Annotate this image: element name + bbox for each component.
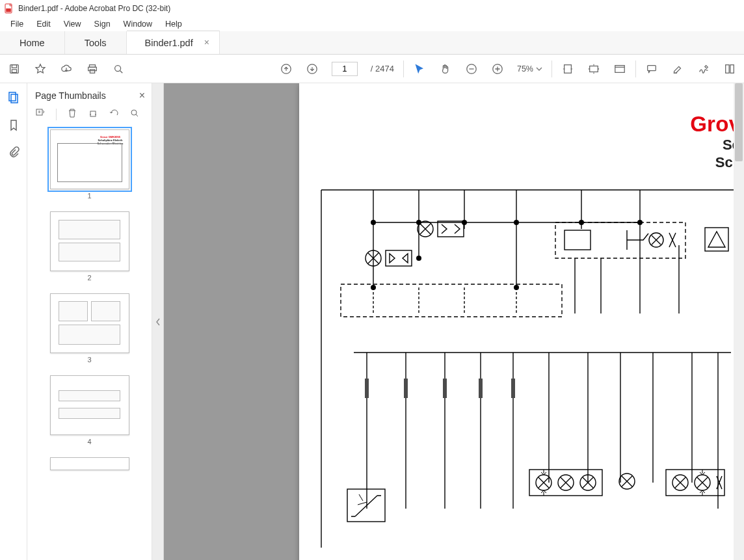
read-mode-icon[interactable] [613,62,626,75]
separator [403,60,404,77]
tab-bar: Home Tools Binder1.pdf × [0,31,744,55]
svg-rect-22 [90,111,96,116]
tab-document[interactable]: Binder1.pdf × [127,31,220,54]
document-main-title: Grove GMK3055 [306,112,744,137]
menu-bar: File Edit View Sign Window Help [0,17,744,31]
page-number-input[interactable] [332,62,358,76]
zoom-out-icon[interactable] [465,62,478,75]
star-icon[interactable] [34,62,47,75]
document-title-block: Grove GMK3055 Schaltpläne Elektrik Schem… [306,112,744,172]
page-up-icon[interactable] [280,62,293,75]
menu-file[interactable]: File [5,18,29,30]
hand-tool-icon[interactable] [439,62,452,75]
thumbnail-1[interactable]: Grove GMK3055Schaltpläne ElektrikSchemat… [33,129,146,200]
svg-rect-38 [565,230,591,250]
document-subtitle-2: Schematics Electrics [306,154,744,172]
svg-rect-2 [10,64,19,73]
svg-point-27 [416,256,421,261]
tab-tools[interactable]: Tools [65,31,127,54]
thumbnail-label: 4 [33,438,146,446]
sign-tool-icon[interactable] [697,62,710,75]
bookmarks-rail-icon[interactable] [7,118,20,131]
menu-edit[interactable]: Edit [31,18,56,30]
cloud-icon[interactable] [60,62,73,75]
window-title: Binder1.pdf - Adobe Acrobat Pro DC (32-b… [18,4,170,13]
vertical-scrollbar[interactable] [734,83,744,560]
svg-rect-13 [565,64,572,73]
svg-rect-14 [590,66,598,72]
pdf-icon [4,3,14,14]
svg-rect-4 [12,69,16,72]
page-total-label: / 2474 [371,64,394,73]
svg-rect-19 [9,92,16,101]
menu-window[interactable]: Window [118,18,157,30]
svg-rect-18 [730,64,734,73]
thumbnail-label: 2 [33,274,146,282]
separator [635,60,636,77]
svg-rect-16 [648,65,656,70]
svg-rect-3 [12,64,16,68]
thumbnail-3[interactable]: 3 [33,293,146,364]
separator [551,60,552,77]
svg-rect-20 [11,94,18,103]
menu-view[interactable]: View [59,18,86,30]
search-icon[interactable] [112,62,125,75]
tab-document-label: Binder1.pdf [145,38,193,48]
menu-help[interactable]: Help [160,18,187,30]
nav-rail [0,83,27,560]
delete-page-icon[interactable] [67,108,77,120]
save-icon[interactable] [8,62,21,75]
page-1: Grove GMK3055 Schaltpläne Elektrik Schem… [299,83,744,560]
document-subtitle-1: Schaltpläne Elektrik [306,137,744,154]
svg-point-8 [115,65,121,71]
scrollbar-thumb[interactable] [735,83,743,161]
thumb-options-icon[interactable] [35,108,46,120]
thumbnail-label: 1 [33,192,146,200]
comment-icon[interactable] [645,62,658,75]
thumb-zoom-icon[interactable] [129,108,140,120]
page-down-icon[interactable] [306,62,319,75]
close-tab-icon[interactable]: × [202,38,211,47]
svg-rect-37 [555,222,685,258]
svg-rect-6 [88,67,97,70]
thumbnails-rail-icon[interactable] [7,91,20,104]
svg-rect-1 [6,8,11,12]
svg-rect-15 [615,65,624,72]
document-viewport[interactable]: Grove GMK3055 Schaltpläne Elektrik Schem… [164,83,744,560]
zoom-in-icon[interactable] [491,62,504,75]
more-tools-icon[interactable] [723,62,736,75]
thumbnails-toolbar [27,105,152,127]
svg-rect-17 [726,64,729,73]
thumbnail-4[interactable]: 4 [33,375,146,446]
select-tool-icon[interactable] [413,62,426,75]
thumbnails-panel-title: Page Thumbnails [35,90,106,101]
print-icon[interactable] [86,62,99,75]
fit-width-icon[interactable] [561,62,574,75]
toolbar: / 2474 75% [0,55,744,83]
thumbnails-list[interactable]: Grove GMK3055Schaltpläne ElektrikSchemat… [27,127,152,560]
svg-rect-7 [90,69,94,72]
window-title-bar: Binder1.pdf - Adobe Acrobat Pro DC (32-b… [0,0,744,17]
undo-thumb-icon[interactable] [109,108,119,120]
rotate-page-icon[interactable] [88,108,98,120]
menu-sign[interactable]: Sign [89,18,116,30]
thumbnail-2[interactable]: 2 [33,211,146,282]
collapse-panel-handle[interactable] [152,83,164,560]
zoom-dropdown[interactable]: 75% [517,64,542,73]
close-panel-icon[interactable]: × [139,90,145,101]
main-area: Page Thumbnails × Grove GMK3055Schaltplä… [0,83,744,560]
thumbnails-panel: Page Thumbnails × Grove GMK3055Schaltplä… [27,83,152,560]
tab-home[interactable]: Home [0,31,65,54]
svg-rect-47 [666,470,724,496]
thumbnail-5[interactable] [33,457,146,470]
attachments-rail-icon[interactable] [7,146,20,159]
fit-page-icon[interactable] [587,62,600,75]
svg-point-23 [131,110,137,115]
thumbnail-label: 3 [33,356,146,364]
schematic-drawing [315,183,744,550]
zoom-value: 75% [517,64,533,73]
highlight-icon[interactable] [671,62,684,75]
